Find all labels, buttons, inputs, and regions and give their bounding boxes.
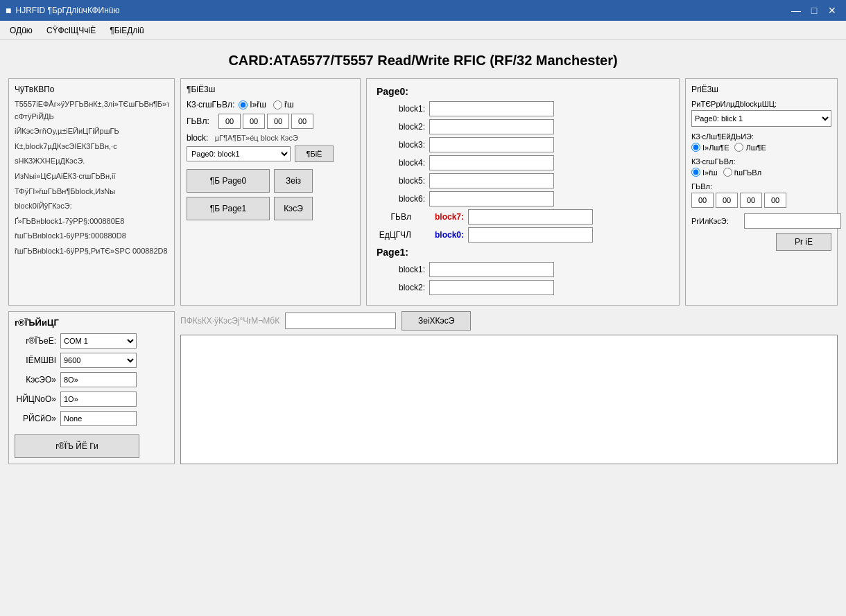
serial-port-select[interactable]: COM 1 COM 2 COM 3 xyxy=(60,333,137,349)
block-sub: µГ¶А¶БТ»éц block КэсЭ xyxy=(215,134,298,142)
hex-input-2[interactable] xyxy=(267,114,289,129)
radio-read-input[interactable] xyxy=(273,100,282,109)
data-input-block5[interactable] xyxy=(429,173,554,188)
connect-button[interactable]: r®ÏЪ ЙЁ Ги xyxy=(15,434,139,458)
data-field-block3: block3: xyxy=(377,137,669,152)
radio-write-option[interactable]: І»řш xyxy=(239,100,266,109)
menu-item-3[interactable]: ¶БіЕДліŭ xyxy=(103,23,150,38)
titlebar: ■ HJRFID ¶БрГДліùчКФИнüю — □ ✕ xyxy=(0,0,846,21)
right-priie-row: PrИлКэсЭ: xyxy=(691,213,831,229)
left-line-0: T5557іЕФÅг»ÿУРГЬВнК±,3лі»ТЄшГЬВн¶Б»тРг, … xyxy=(15,98,169,123)
close-button[interactable]: ✕ xyxy=(824,2,840,19)
hex-input-3[interactable] xyxy=(291,114,313,129)
radio-write-input[interactable] xyxy=(239,100,248,109)
top-section: ЧÿТвКВПо T5557іЕФÅг»ÿУРГЬВнК±,3лі»ТЄшГЬВ… xyxy=(8,78,838,306)
block-select[interactable]: Page0: block1 Page0: block2 Page0: block… xyxy=(187,146,291,161)
right-radio-read2-opt[interactable]: řшГЬВл xyxy=(723,168,761,177)
data-input-block0[interactable] xyxy=(468,227,593,243)
left-line-5: ТФÿГI»řшГЬВн¶Бblock,ИзNы xyxy=(15,186,169,198)
kasz-button[interactable]: КэсЭ xyxy=(274,197,313,220)
serial-pjcio-label: РЙСйО» xyxy=(15,414,56,423)
right-hex-radio-group: І»řш řшГЬВл xyxy=(691,168,831,177)
data-input-block1[interactable] xyxy=(429,101,554,116)
serial-port-label: r®ÏЪеЕ: xyxy=(15,336,56,346)
menu-item-2[interactable]: СŸФсІЩЧчіЁ xyxy=(40,23,103,38)
right-priie-input[interactable] xyxy=(744,213,841,229)
hex-label: ГЬВл: xyxy=(187,116,214,126)
right-hex-input-0[interactable] xyxy=(691,193,714,208)
serial-panel: r®ÏЪЙиЦГ r®ÏЪеЕ: COM 1 COM 2 COM 3 ІЁМШВ… xyxy=(8,311,175,464)
send-input[interactable] xyxy=(285,313,396,329)
left-line-1: іЙКэсЭгňОу,µ±іЕЙиЦГіЙршГЬ xyxy=(15,125,169,138)
data-field-block4: block4: xyxy=(377,155,669,170)
data-label-p1-block1: block1: xyxy=(377,265,425,274)
priie-button[interactable]: Pr іЕ xyxy=(776,233,831,251)
menu-item-1[interactable]: ОДüю xyxy=(3,23,40,38)
radio-read-option[interactable]: řш xyxy=(273,100,294,109)
data-panel: Page0: block1: block2: block3: block4: b… xyxy=(366,78,680,306)
data-label-block5: block5: xyxy=(377,176,425,186)
data-input-block2[interactable] xyxy=(429,119,554,134)
left-line-7: Ґ»ГЬВнblock1-7ÿРР§:000880E8 xyxy=(15,215,169,228)
data-field-block1: block1: xyxy=(377,101,669,116)
serial-pjcio-input[interactable] xyxy=(60,411,137,426)
right-write-radio-group: І»Лш¶Е Лш¶Е xyxy=(691,143,831,152)
read-button[interactable]: ¶БіЁ xyxy=(295,146,334,162)
hex-input-0[interactable] xyxy=(218,114,241,129)
read-page1-button[interactable]: ¶Б Page1 xyxy=(187,197,270,220)
serial-baud-row: ІЁМШВІ 9600 115200 19200 xyxy=(15,353,169,368)
page1-title: Page1: xyxy=(377,247,669,258)
titlebar-title: HJRFID ¶БрГДліùчКФИнüю xyxy=(15,6,119,15)
hex-inputs xyxy=(218,114,313,129)
titlebar-controls: — □ ✕ xyxy=(788,2,840,19)
right-radio-write2-input[interactable] xyxy=(691,168,700,177)
send-label: ПФКsКХ·ÿКэсЭj°ЧrМ¬МбК xyxy=(180,316,279,326)
serial-title: r®ÏЪЙиЦГ xyxy=(15,317,169,328)
data-input-p1-block2[interactable] xyxy=(429,280,554,295)
right-radio-read2-input[interactable] xyxy=(723,168,732,177)
right-hex-input-2[interactable] xyxy=(740,193,762,208)
right-radio-write-label: І»Лш¶Е xyxy=(702,143,729,152)
data-input-p1-block1[interactable] xyxy=(429,262,554,277)
middle-panel: ¶БіЁ3ш К3·сrшГЬВл: І»řш řш ГЬВл: xyxy=(180,78,361,306)
hex-input-1[interactable] xyxy=(243,114,265,129)
serial-hjl-row: НЙЦNоО» xyxy=(15,391,169,407)
left-line-4: ИзNыі»ЦЄµАіЁК3·сrшГЬВн,ії xyxy=(15,170,169,183)
data-input-block7[interactable] xyxy=(468,209,593,225)
right-radio-write-input[interactable] xyxy=(691,143,700,152)
bottom-section: r®ÏЪЙиЦГ r®ÏЪеЕ: COM 1 COM 2 COM 3 ІЁМШВ… xyxy=(8,311,838,464)
right-radio-read-input[interactable] xyxy=(734,143,743,152)
block-label: block: xyxy=(187,133,208,143)
left-panel: ЧÿТвКВПо T5557іЕФÅг»ÿУРГЬВнК±,3лі»ТЄшГЬВ… xyxy=(8,78,175,306)
right-hex-vals-label: ГЬВл: xyxy=(691,182,831,191)
serial-hjl-input[interactable] xyxy=(60,391,137,407)
right-hex-input-3[interactable] xyxy=(764,193,786,208)
read-page0-button[interactable]: ¶Б Page0 xyxy=(187,169,270,193)
main-content: CARD:ATA5577/T5557 Read/Write RFIC (RF/3… xyxy=(0,40,846,470)
zeiz-button[interactable]: Зеіз xyxy=(274,169,313,193)
left-panel-title: ЧÿТвКВПо xyxy=(15,85,169,94)
right-radio-read-opt[interactable]: Лш¶Е xyxy=(734,143,766,152)
data-label-block0: block0: xyxy=(415,230,464,240)
minimize-button[interactable]: — xyxy=(788,2,804,19)
serial-port-row: r®ÏЪеЕ: COM 1 COM 2 COM 3 xyxy=(15,333,169,349)
send-button[interactable]: ЗеіХКэсЭ xyxy=(402,311,471,331)
data-label-block2: block2: xyxy=(377,122,425,132)
data-field-p1-block1: block1: xyxy=(377,262,669,277)
serial-kasz-label: КэсЭО» xyxy=(15,375,56,385)
maximize-button[interactable]: □ xyxy=(806,2,822,19)
right-hex-inputs xyxy=(691,193,831,208)
serial-kasz-row: КэсЭО» xyxy=(15,372,169,387)
right-radio-write-opt[interactable]: І»Лш¶Е xyxy=(691,143,729,152)
serial-baud-select[interactable]: 9600 115200 19200 xyxy=(60,353,137,368)
right-hex-input-1[interactable] xyxy=(716,193,738,208)
right-block-select[interactable]: Page0: blick 1 Page0: blick 2 xyxy=(691,110,831,127)
data-input-block4[interactable] xyxy=(429,155,554,170)
data-input-block3[interactable] xyxy=(429,137,554,152)
serial-kasz-input[interactable] xyxy=(60,372,137,387)
data-input-block6[interactable] xyxy=(429,191,554,206)
data-label-block6: block6: xyxy=(377,194,425,204)
right-radio-write2-opt[interactable]: І»řш xyxy=(691,168,718,177)
log-area[interactable] xyxy=(180,335,838,464)
write-read-radio-group: І»řш řш xyxy=(239,100,293,109)
